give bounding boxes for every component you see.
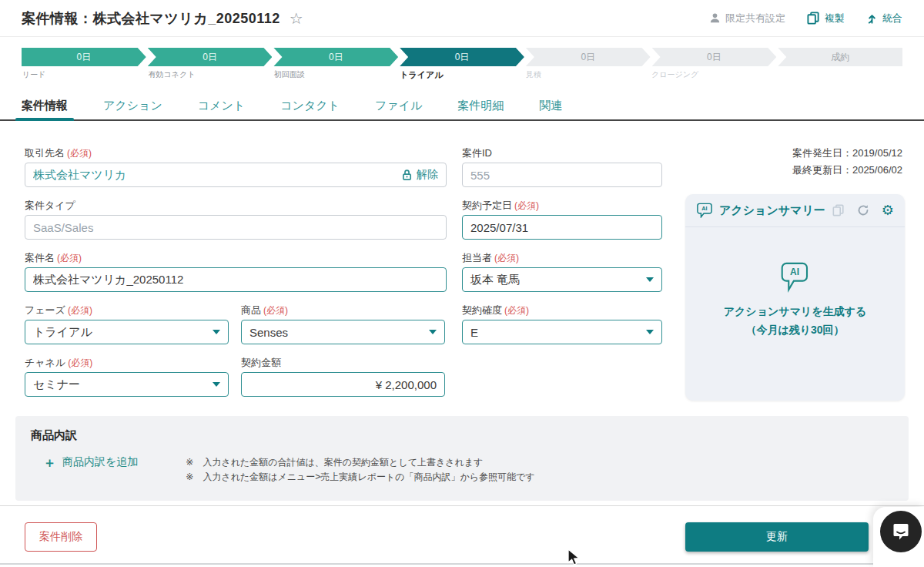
phase-label-quote: 見積 <box>525 69 651 79</box>
deal-name-input[interactable] <box>33 273 438 287</box>
generate-summary-button[interactable]: アクションサマリを生成する （今月は残り30回） <box>724 303 867 340</box>
account-name-input[interactable] <box>33 169 401 182</box>
favorite-star-icon[interactable]: ☆ <box>290 11 303 26</box>
owner-value: 坂本 竜馬 <box>470 273 520 287</box>
copy-icon <box>807 12 820 25</box>
deal-form: 案件発生日：2019/05/12 最終更新日：2025/06/02 取引先名(必… <box>0 122 924 567</box>
breakdown-notes: ※ 入力された金額の合計値は、案件の契約金額として上書きされます ※ 入力された… <box>186 455 534 485</box>
unlock-account-link[interactable]: 解除 <box>401 168 438 182</box>
phase-days: 0日 <box>77 51 92 64</box>
ai-bubble-icon: AI <box>696 203 713 218</box>
deal-name-label: 案件名(必須) <box>25 251 82 265</box>
deal-type-field[interactable] <box>25 215 447 240</box>
close-date-label: 契約予定日(必須) <box>462 199 539 213</box>
delete-deal-button[interactable]: 案件削除 <box>25 522 97 552</box>
phase-days: 0日 <box>203 51 217 64</box>
amount-input[interactable] <box>249 378 437 391</box>
plus-icon: ＋ <box>43 456 56 469</box>
close-date-field[interactable] <box>462 215 662 240</box>
close-date-input[interactable] <box>470 221 654 234</box>
phase-label-connect: 有効コネクト <box>147 69 273 79</box>
phase-days: 0日 <box>329 51 343 64</box>
tab-deal-lines[interactable]: 案件明細 <box>457 92 504 119</box>
phase-days: 成約 <box>831 51 849 64</box>
phase-value: トライアル <box>33 325 92 340</box>
certainty-select[interactable]: E <box>462 320 662 344</box>
phase-segment-quote[interactable]: 0日 <box>526 48 651 66</box>
account-name-label: 取引先名(必須) <box>25 146 92 160</box>
add-breakdown-button[interactable]: ＋ 商品内訳を追加 <box>43 455 138 469</box>
svg-text:AI: AI <box>790 267 799 277</box>
phase-days: 0日 <box>707 51 721 64</box>
tab-deal-info[interactable]: 案件情報 <box>22 92 68 119</box>
generate-summary-label: アクションサマリを生成する <box>724 303 867 321</box>
page-bottom-border <box>0 563 924 565</box>
deal-name-field[interactable] <box>25 267 447 292</box>
detail-tabs: 案件情報 アクション コメント コンタクト ファイル 案件明細 関連 <box>0 92 924 121</box>
breakdown-note-1: ※ 入力された金額の合計値は、案件の契約金額として上書きされます <box>186 455 534 470</box>
phase-label-won <box>777 69 902 79</box>
account-name-field[interactable]: 解除 <box>25 163 447 187</box>
gear-icon[interactable]: ⚙ <box>882 203 894 217</box>
product-select[interactable]: Senses <box>241 320 445 344</box>
phase-label-closing: クロージング <box>651 69 776 79</box>
deal-id-field[interactable] <box>462 163 662 187</box>
limited-share-button[interactable]: 限定共有設定 <box>709 12 785 25</box>
phase-segment-connect[interactable]: 0日 <box>148 48 273 66</box>
page-title: 案件情報：株式会社マツリカ_20250112 <box>22 9 280 28</box>
amount-label: 契約金額 <box>241 356 281 370</box>
phase-segment-first-meeting[interactable]: 0日 <box>273 48 398 66</box>
phase-label-lead: リード <box>22 69 147 79</box>
updated-date: 最終更新日：2025/06/02 <box>792 162 902 179</box>
chevron-down-icon <box>429 330 437 334</box>
chevron-down-icon <box>213 330 220 334</box>
phase-select[interactable]: トライアル <box>25 320 229 344</box>
refresh-icon[interactable] <box>857 204 869 216</box>
created-date: 案件発生日：2019/05/12 <box>792 145 902 162</box>
lock-icon <box>401 169 413 181</box>
unlock-label: 解除 <box>417 168 438 182</box>
tab-files[interactable]: ファイル <box>375 92 422 119</box>
amount-field[interactable] <box>241 372 445 397</box>
owner-label: 担当者(必須) <box>462 251 519 265</box>
phase-segment-lead[interactable]: 0日 <box>22 48 146 66</box>
copy-summary-icon[interactable] <box>832 204 845 216</box>
product-label: 商品(必須) <box>241 304 288 317</box>
deal-id-input[interactable] <box>470 169 654 182</box>
person-icon <box>709 12 721 24</box>
phase-label: フェーズ(必須) <box>25 304 92 317</box>
phase-segment-trial[interactable]: 0日 <box>400 48 524 66</box>
chevron-down-icon <box>646 277 654 282</box>
channel-value: セミナー <box>33 377 80 392</box>
footer-divider <box>0 505 924 506</box>
phase-segment-won[interactable]: 成約 <box>778 48 902 66</box>
certainty-label: 契約確度(必須) <box>462 304 529 317</box>
channel-select[interactable]: セミナー <box>25 372 229 397</box>
tab-comments[interactable]: コメント <box>198 92 245 119</box>
phase-days: 0日 <box>581 51 595 64</box>
update-button[interactable]: 更新 <box>685 522 869 552</box>
product-breakdown-section: 商品内訳 ＋ 商品内訳を追加 ※ 入力された金額の合計値は、案件の契約金額として… <box>15 416 909 501</box>
merge-label: 統合 <box>882 12 902 25</box>
deal-type-input[interactable] <box>33 221 438 234</box>
chevron-down-icon <box>646 330 654 334</box>
duplicate-button[interactable]: 複製 <box>807 12 845 25</box>
tab-actions[interactable]: アクション <box>103 92 162 119</box>
add-breakdown-label: 商品内訳を追加 <box>62 455 138 469</box>
chat-launcher-button[interactable] <box>880 511 922 552</box>
channel-label: チャネル(必須) <box>25 356 92 370</box>
tab-related[interactable]: 関連 <box>539 92 562 119</box>
phase-label-first-meeting: 初回面談 <box>273 69 399 79</box>
duplicate-label: 複製 <box>825 12 845 25</box>
owner-select[interactable]: 坂本 竜馬 <box>462 267 662 292</box>
tab-contacts[interactable]: コンタクト <box>280 92 340 119</box>
action-summary-title: アクションサマリー <box>719 203 826 218</box>
page-header: 案件情報：株式会社マツリカ_20250112 ☆ 限定共有設定 複製 統合 <box>0 0 924 37</box>
svg-text:AI: AI <box>701 205 707 212</box>
summary-quota-label: （今月は残り30回） <box>724 321 867 340</box>
deal-id-label: 案件ID <box>462 146 492 160</box>
merge-button[interactable]: 統合 <box>866 12 902 25</box>
chevron-down-icon <box>213 382 220 387</box>
phase-label-trial: トライアル <box>399 69 524 79</box>
phase-segment-closing[interactable]: 0日 <box>652 48 777 66</box>
